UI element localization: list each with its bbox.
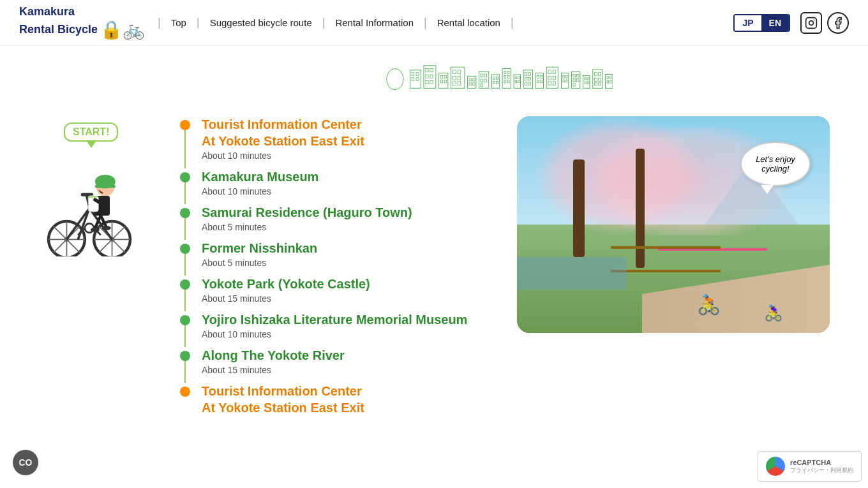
- svg-rect-20: [440, 80, 442, 83]
- route-content: Tourist Information CenterAt Yokote Stat…: [202, 116, 364, 168]
- svg-rect-70: [548, 70, 551, 74]
- bicycle-icon: 🔒🚲: [100, 19, 145, 40]
- route-line: [184, 325, 186, 347]
- scene-fence: [611, 246, 721, 272]
- svg-rect-74: [548, 82, 551, 85]
- skyline-illustration: [0, 46, 868, 103]
- cycling-photo: 🚴 🚴‍♀️ Let's enjoy cycling!: [517, 116, 830, 333]
- route-dot: [180, 387, 190, 397]
- svg-rect-89: [588, 78, 589, 80]
- svg-rect-16: [430, 80, 433, 84]
- svg-rect-100: [607, 77, 608, 79]
- svg-rect-30: [469, 78, 471, 81]
- svg-point-3: [387, 69, 404, 90]
- svg-rect-131: [88, 196, 98, 212]
- svg-rect-44: [497, 81, 498, 84]
- list-item: Yojiro Ishizaka Literature Memorial Muse…: [179, 311, 491, 347]
- scene-tree-trunk: [573, 159, 585, 257]
- route-stop-duration: About 5 minutes: [202, 258, 317, 268]
- svg-rect-80: [566, 80, 567, 82]
- svg-rect-13: [426, 75, 428, 78]
- social-icons: [800, 12, 849, 34]
- cyclist-area: START!: [38, 116, 153, 421]
- svg-rect-79: [563, 80, 564, 82]
- svg-rect-54: [518, 77, 520, 78]
- recaptcha-widget: reCAPTCHA プライバシー・利用規約: [758, 451, 862, 482]
- nav-bicycle-route[interactable]: Suggested bicycle route: [205, 15, 317, 31]
- svg-rect-88: [585, 78, 586, 80]
- route-stop-title: Along The Yokote River: [202, 347, 345, 364]
- photo-area: 🚴 🚴‍♀️ Let's enjoy cycling!: [517, 116, 830, 421]
- route-dot: [180, 120, 190, 130]
- route-dot-col: [179, 204, 191, 240]
- recaptcha-text: reCAPTCHA プライバシー・利用規約: [790, 459, 853, 475]
- svg-rect-63: [528, 82, 530, 85]
- route-dot: [180, 279, 190, 290]
- main-nav: | Top | Suggested bicycle route | Rental…: [158, 15, 727, 31]
- svg-point-1: [809, 20, 814, 25]
- svg-rect-51: [507, 80, 509, 83]
- svg-rect-58: [525, 73, 527, 76]
- instagram-icon[interactable]: [800, 12, 822, 34]
- recaptcha-sub: プライバシー・利用規約: [790, 466, 853, 475]
- svg-rect-9: [416, 78, 419, 81]
- nav-sep-2: |: [322, 16, 326, 29]
- svg-rect-71: [553, 70, 555, 74]
- svg-rect-91: [588, 82, 589, 84]
- svg-rect-56: [518, 80, 520, 82]
- nav-sep-0: |: [158, 16, 161, 29]
- svg-rect-49: [507, 75, 509, 78]
- route-stop-title: Samurai Residence (Haguro Town): [202, 204, 412, 221]
- route-dot: [180, 172, 190, 182]
- lang-jp-button[interactable]: JP: [735, 15, 761, 31]
- nav-rental-info[interactable]: Rental Information: [330, 15, 419, 31]
- svg-rect-55: [515, 80, 516, 82]
- route-list: Tourist Information CenterAt Yokote Stat…: [179, 116, 491, 421]
- svg-rect-18: [440, 75, 442, 78]
- svg-rect-28: [458, 82, 461, 85]
- nav-top[interactable]: Top: [166, 15, 191, 31]
- cyclist-illustration: [38, 154, 140, 256]
- svg-rect-83: [577, 75, 579, 77]
- route-stop-duration: About 10 minutes: [202, 186, 318, 196]
- list-item: Tourist Information CenterAt Yokote Stat…: [179, 116, 491, 168]
- svg-rect-67: [537, 80, 539, 83]
- svg-rect-33: [473, 83, 475, 85]
- svg-rect-24: [458, 70, 461, 74]
- svg-rect-85: [577, 79, 579, 82]
- svg-rect-77: [563, 75, 564, 78]
- svg-rect-32: [469, 83, 471, 85]
- svg-rect-90: [585, 82, 586, 84]
- start-label: START!: [64, 122, 118, 142]
- site-header: Kamakura Rental Bicycle 🔒🚲 | Top | Sugge…: [0, 0, 868, 46]
- nav-rental-location[interactable]: Rental location: [432, 15, 505, 31]
- route-line: [184, 361, 186, 383]
- route-dot-col: [179, 347, 191, 383]
- facebook-icon[interactable]: [827, 12, 849, 34]
- svg-rect-65: [537, 75, 539, 78]
- svg-rect-37: [481, 79, 483, 82]
- svg-rect-29: [468, 76, 476, 88]
- route-dot-col: [179, 240, 191, 276]
- list-item: Along The Yokote River About 15 minutes: [179, 347, 491, 383]
- recaptcha-logo: [766, 457, 785, 476]
- route-stop-duration: About 15 minutes: [202, 293, 370, 304]
- svg-rect-23: [453, 70, 456, 74]
- route-dot: [180, 351, 190, 361]
- svg-rect-26: [458, 76, 461, 80]
- lang-en-button[interactable]: EN: [761, 15, 789, 31]
- route-stop-title: Yokote Park (Yokote Castle): [202, 276, 370, 292]
- route-stop-title: Former Nisshinkan: [202, 240, 317, 256]
- co-badge: CO: [13, 450, 38, 475]
- svg-rect-48: [504, 75, 506, 78]
- photo-cyclist2: 🚴‍♀️: [764, 304, 783, 322]
- route-stop-duration: About 10 minutes: [202, 151, 364, 161]
- logo-line2: Rental Bicycle: [19, 23, 98, 37]
- nav-sep-4: |: [511, 16, 514, 29]
- svg-rect-102: [607, 80, 608, 83]
- svg-rect-8: [412, 78, 414, 81]
- route-line: [184, 130, 186, 168]
- svg-rect-25: [453, 76, 456, 80]
- route-dot-col: [179, 276, 191, 311]
- route-content: Former Nisshinkan About 5 minutes: [202, 240, 317, 276]
